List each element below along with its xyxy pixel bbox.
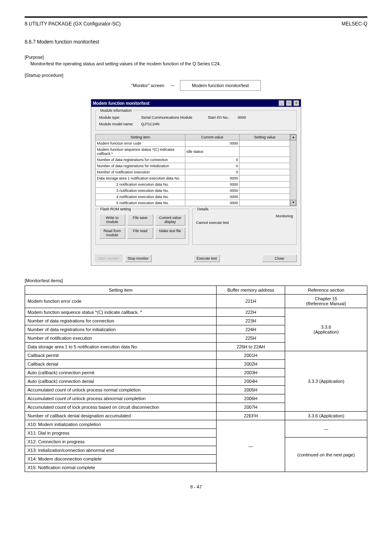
file-save-button[interactable]: File save (127, 214, 153, 226)
close-button[interactable]: Close (262, 255, 297, 262)
page-number: 8 - 47 (25, 484, 367, 489)
io-value: 0000 (238, 115, 246, 120)
current-value-display-button[interactable]: Current value display (155, 214, 185, 226)
type-label: Module type: (99, 115, 140, 120)
spec-h-ref: Reference section (285, 286, 367, 295)
write-module-button[interactable]: Write to module (99, 214, 125, 226)
col-setting: Setting value (240, 134, 290, 140)
nav-step-box[interactable]: Modem function monitor/test (180, 80, 261, 91)
modinfo-legend: Module information (99, 108, 133, 113)
spec-h-item: Setting item (25, 286, 217, 295)
dialog-title: Modem function monitor/test (93, 101, 150, 106)
details-msg: Cannot execute test (196, 221, 293, 225)
io-label: Start I/O No.: (208, 115, 237, 120)
start-monitor-button[interactable]: Start monitor (95, 255, 122, 262)
dialog-window: Modem function monitor/test _ □ × Module… (91, 99, 301, 266)
scroll-down-icon[interactable]: ▾ (290, 200, 296, 206)
monitor-table-preview: Setting item Current value Setting value… (95, 134, 290, 206)
model-label: Module model name: (99, 122, 140, 126)
maximize-icon[interactable]: □ (286, 100, 292, 106)
nav-label: [Startup procedure] (25, 73, 367, 78)
header-right: MELSEC-Q (341, 21, 367, 27)
execute-test-button[interactable]: Execute test (194, 255, 220, 262)
monitoring-status: Monitoring (196, 214, 293, 218)
spec-label: [Monitor/test items] (25, 278, 367, 283)
close-icon[interactable]: × (293, 100, 299, 106)
flash-legend: Flash ROM setting (99, 207, 132, 211)
purpose-label: [Purpose] (25, 55, 367, 60)
arrow-icon: → (169, 82, 175, 89)
model-value: QJ71C24N (141, 122, 160, 126)
make-text-file-button[interactable]: Make text file (155, 227, 185, 239)
scrollbar[interactable]: ▴ ▾ (290, 134, 297, 206)
minimize-icon[interactable]: _ (279, 100, 284, 106)
header-left: 8 UTILITY PACKAGE (GX Configurator-SC) (25, 21, 121, 27)
spec-h-addr: Buffer memory address (217, 286, 285, 295)
spec-table: Setting item Buffer memory address Refer… (25, 286, 367, 472)
type-value: Serial Communications Module (141, 115, 207, 120)
file-read-button[interactable]: File read (127, 227, 153, 239)
nav-step-1: "Monitor" screen (131, 83, 164, 88)
stop-monitor-button[interactable]: Stop monitor (125, 255, 152, 262)
col-item: Setting item (96, 134, 185, 140)
read-module-button[interactable]: Read from module (99, 227, 125, 239)
col-current: Current value (185, 134, 240, 140)
section-title: 8.6.7 Modem function monitor/test (25, 39, 367, 45)
scroll-up-icon[interactable]: ▴ (290, 134, 296, 140)
details-legend: Details (196, 207, 210, 211)
purpose-text: Monitor/test the operating status and se… (25, 61, 367, 66)
